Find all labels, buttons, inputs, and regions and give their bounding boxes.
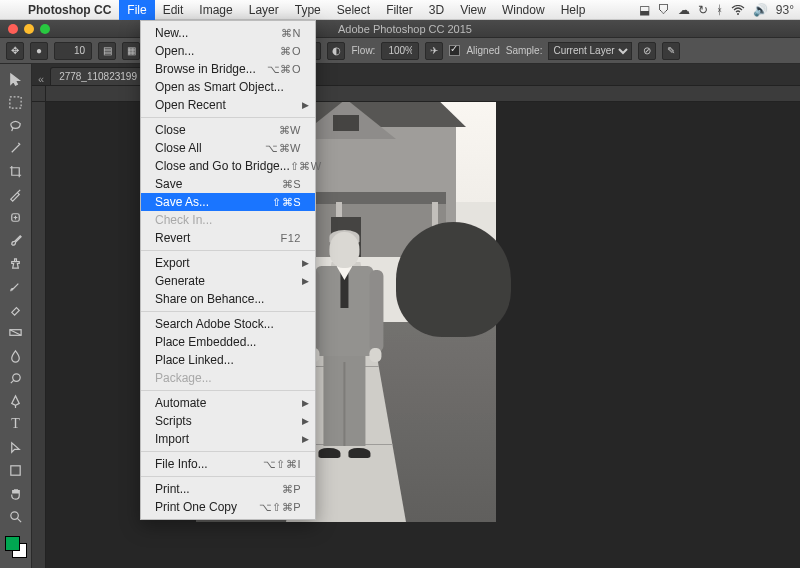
dodge-tool[interactable]	[3, 367, 29, 389]
menu-item-package: Package...	[141, 369, 315, 387]
blur-tool[interactable]	[3, 344, 29, 366]
type-tool[interactable]: T	[3, 413, 29, 435]
tab-nav-prev[interactable]: «	[32, 73, 50, 85]
path-selection-tool[interactable]	[3, 436, 29, 458]
menu-item-save[interactable]: Save⌘S	[141, 175, 315, 193]
menu-item-new[interactable]: New...⌘N	[141, 24, 315, 42]
ignore-adjustment-icon[interactable]: ⊘	[638, 42, 656, 60]
aligned-label: Aligned	[466, 45, 499, 56]
menu-item-place-linked[interactable]: Place Linked...	[141, 351, 315, 369]
clone-stamp-tool[interactable]	[3, 252, 29, 274]
eraser-tool[interactable]	[3, 298, 29, 320]
brush-preview-icon[interactable]: ●	[30, 42, 48, 60]
menu-select[interactable]: Select	[329, 0, 378, 20]
history-brush-tool[interactable]	[3, 275, 29, 297]
healing-brush-tool[interactable]	[3, 206, 29, 228]
menu-view[interactable]: View	[452, 0, 494, 20]
sample-label: Sample:	[506, 45, 543, 56]
svg-point-6	[11, 511, 19, 519]
menu-item-import[interactable]: Import▶	[141, 430, 315, 448]
menu-item-check-in: Check In...	[141, 211, 315, 229]
svg-rect-5	[11, 465, 20, 474]
menu-filter[interactable]: Filter	[378, 0, 421, 20]
svg-point-0	[737, 13, 739, 15]
sample-select[interactable]: Current Layer	[548, 42, 632, 60]
menu-item-save-as[interactable]: Save As...⇧⌘S	[141, 193, 315, 211]
menu-item-search-adobe-stock[interactable]: Search Adobe Stock...	[141, 315, 315, 333]
menu-edit[interactable]: Edit	[155, 0, 192, 20]
document-tab[interactable]: 2778_110823199	[50, 67, 146, 85]
menu-item-place-embedded[interactable]: Place Embedded...	[141, 333, 315, 351]
window-titlebar: Adobe Photoshop CC 2015	[0, 20, 800, 38]
tool-preset-icon[interactable]: ✥	[6, 42, 24, 60]
menu-help[interactable]: Help	[553, 0, 594, 20]
brush-tool[interactable]	[3, 229, 29, 251]
menu-3d[interactable]: 3D	[421, 0, 452, 20]
menu-item-browse-in-bridge[interactable]: Browse in Bridge...⌥⌘O	[141, 60, 315, 78]
battery-status[interactable]: 93°	[776, 3, 794, 17]
eyedropper-tool[interactable]	[3, 183, 29, 205]
pen-tool[interactable]	[3, 390, 29, 412]
file-menu-dropdown: New...⌘NOpen...⌘OBrowse in Bridge...⌥⌘OO…	[140, 20, 316, 520]
menu-item-open-as-smart-object[interactable]: Open as Smart Object...	[141, 78, 315, 96]
pressure-opacity-icon[interactable]: ◐	[327, 42, 345, 60]
menu-item-print-one-copy[interactable]: Print One Copy⌥⇧⌘P	[141, 498, 315, 516]
options-bar: ✥ ● ▤ ▦ Mode: Normal Opacity: ◐ Flow: ✈ …	[0, 38, 800, 64]
menu-extras: ⬓ ⛉ ☁ ↻ ᚼ 🔊 93°	[639, 3, 800, 17]
menu-item-generate[interactable]: Generate▶	[141, 272, 315, 290]
menu-item-automate[interactable]: Automate▶	[141, 394, 315, 412]
sync-icon[interactable]: ↻	[698, 3, 708, 17]
magic-wand-tool[interactable]	[3, 137, 29, 159]
menu-item-close-all[interactable]: Close All⌥⌘W	[141, 139, 315, 157]
menu-file[interactable]: File	[119, 0, 154, 20]
flow-field[interactable]	[381, 42, 419, 60]
menu-item-share-on-behance[interactable]: Share on Behance...	[141, 290, 315, 308]
app-name-menu[interactable]: Photoshop CC	[20, 0, 119, 20]
vertical-ruler[interactable]	[32, 102, 46, 568]
airbrush-icon[interactable]: ✈	[425, 42, 443, 60]
move-tool[interactable]	[3, 68, 29, 90]
hand-tool[interactable]	[3, 482, 29, 504]
shield-icon[interactable]: ⛉	[658, 3, 670, 17]
bluetooth-icon[interactable]: ᚼ	[716, 3, 723, 17]
window-title: Adobe Photoshop CC 2015	[10, 23, 800, 35]
color-swatches[interactable]	[5, 536, 27, 558]
brush-size-field[interactable]	[54, 42, 92, 60]
gradient-tool[interactable]	[3, 321, 29, 343]
aligned-checkbox[interactable]	[449, 45, 460, 56]
menu-item-close[interactable]: Close⌘W	[141, 121, 315, 139]
menu-item-close-and-go-to-bridge[interactable]: Close and Go to Bridge...⇧⌘W	[141, 157, 315, 175]
cloud-icon[interactable]: ☁	[678, 3, 690, 17]
pressure-size-icon[interactable]: ✎	[662, 42, 680, 60]
menu-item-open[interactable]: Open...⌘O	[141, 42, 315, 60]
zoom-tool[interactable]	[3, 505, 29, 527]
menu-item-print[interactable]: Print...⌘P	[141, 480, 315, 498]
volume-icon[interactable]: 🔊	[753, 3, 768, 17]
macos-menubar: Photoshop CC FileEditImageLayerTypeSelec…	[0, 0, 800, 20]
brush-settings-icon[interactable]: ▦	[122, 42, 140, 60]
shape-tool[interactable]	[3, 459, 29, 481]
menu-item-file-info[interactable]: File Info...⌥⇧⌘I	[141, 455, 315, 473]
tools-panel: T	[0, 64, 32, 568]
dropbox-icon[interactable]: ⬓	[639, 3, 650, 17]
svg-point-4	[13, 373, 21, 381]
menu-window[interactable]: Window	[494, 0, 553, 20]
menu-image[interactable]: Image	[191, 0, 240, 20]
ruler-origin[interactable]	[32, 86, 46, 102]
marquee-tool[interactable]	[3, 91, 29, 113]
svg-rect-1	[10, 96, 21, 107]
wifi-icon[interactable]	[731, 5, 745, 15]
lasso-tool[interactable]	[3, 114, 29, 136]
menu-layer[interactable]: Layer	[241, 0, 287, 20]
brush-size-input[interactable]	[59, 44, 87, 57]
menu-type[interactable]: Type	[287, 0, 329, 20]
crop-tool[interactable]	[3, 160, 29, 182]
menu-item-scripts[interactable]: Scripts▶	[141, 412, 315, 430]
menu-item-open-recent[interactable]: Open Recent▶	[141, 96, 315, 114]
flow-label: Flow:	[351, 45, 375, 56]
menu-item-export[interactable]: Export▶	[141, 254, 315, 272]
brush-panel-icon[interactable]: ▤	[98, 42, 116, 60]
menu-item-revert[interactable]: RevertF12	[141, 229, 315, 247]
